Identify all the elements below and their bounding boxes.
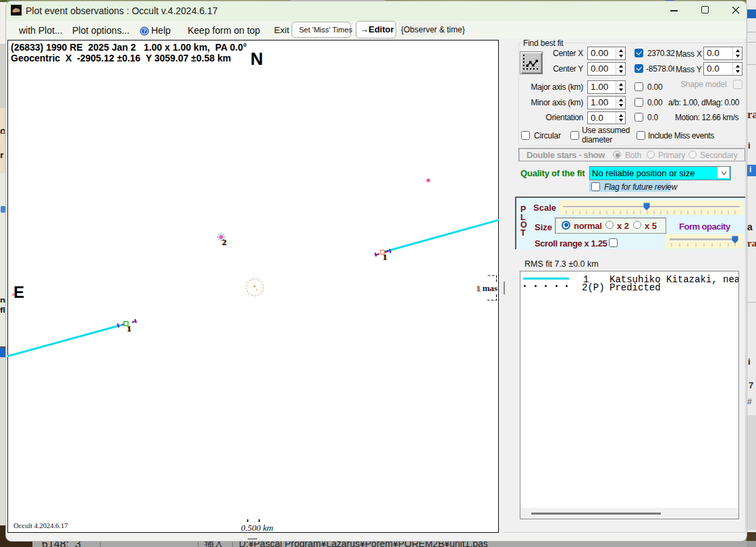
svg-text:?: ? [143, 28, 146, 34]
